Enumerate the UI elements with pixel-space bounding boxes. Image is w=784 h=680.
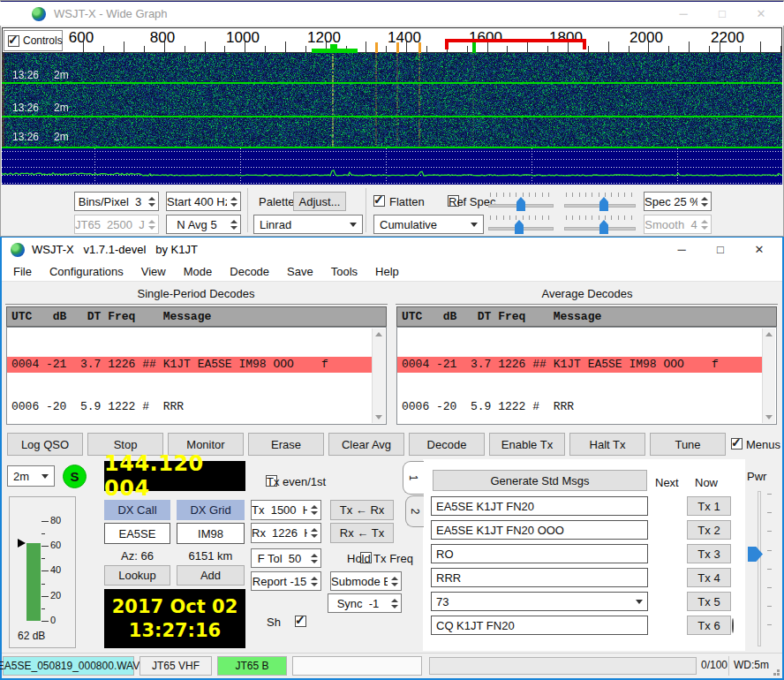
tx-3-button[interactable]: Tx 3 xyxy=(687,544,731,563)
close-button[interactable]: ✕ xyxy=(740,238,779,261)
rx-from-tx-button[interactable]: Rx ← Tx xyxy=(330,523,394,543)
spin-arrows[interactable] xyxy=(307,524,320,542)
slider-handle[interactable] xyxy=(516,197,525,211)
spectrum-zero-slider[interactable] xyxy=(564,215,636,234)
message-field-1[interactable]: EA5SE K1JT FN20 xyxy=(431,496,648,516)
flatten-checkbox[interactable] xyxy=(373,195,385,207)
spectrum-gain-slider[interactable] xyxy=(488,215,554,234)
maximize-button[interactable]: □ xyxy=(701,238,740,261)
maximize-button[interactable]: □ xyxy=(703,2,742,26)
lookup-button[interactable]: Lookup xyxy=(104,565,170,586)
tx-select-radio-6[interactable] xyxy=(732,618,734,633)
spin-arrows[interactable] xyxy=(388,594,401,612)
start-freq-spinbox[interactable]: Start 400 Hz xyxy=(166,192,241,211)
minimize-button[interactable]: ─ xyxy=(664,2,703,26)
scroll-down-icon xyxy=(765,415,773,419)
message-field-2[interactable]: EA5SE K1JT FN20 OOO xyxy=(431,520,648,540)
submode-spinbox[interactable]: Submode B xyxy=(330,571,402,591)
spin-arrows[interactable] xyxy=(307,549,320,567)
clear-avg-button[interactable]: Clear Avg xyxy=(328,433,404,456)
bins-pixel-spinbox[interactable]: Bins/Pixel 3 xyxy=(74,192,159,211)
tx-1-button[interactable]: Tx 1 xyxy=(687,496,731,516)
spin-arrows[interactable] xyxy=(227,193,240,210)
tune-button[interactable]: Tune xyxy=(650,433,726,456)
waterfall-zero-slider[interactable] xyxy=(564,192,636,211)
waterfall[interactable] xyxy=(2,53,782,148)
average-decodes-panel[interactable]: 0004 -21 3.7 1226 ## K1JT EA5SE IM98 OOO… xyxy=(396,327,777,425)
tx-5-button[interactable]: Tx 5 xyxy=(687,592,731,611)
close-button[interactable]: ✕ xyxy=(742,2,780,26)
waterfall-gain-slider[interactable] xyxy=(488,192,554,211)
scrollbar[interactable] xyxy=(372,329,385,423)
dx-call-field[interactable]: EA5SE xyxy=(104,523,170,544)
decode-row[interactable]: 0006 -20 5.9 1222 # RRR xyxy=(397,399,762,415)
message-field-5[interactable]: 73 xyxy=(431,592,648,611)
menu-item-mode[interactable]: Mode xyxy=(175,262,222,281)
report-spinbox[interactable]: Report -15 xyxy=(251,571,321,591)
single-period-decodes-panel[interactable]: 0004 -21 3.7 1226 ## K1JT EA5SE IM98 OOO… xyxy=(6,327,387,425)
band-select[interactable]: 2m xyxy=(7,465,55,487)
enable-tx-button[interactable]: Enable Tx xyxy=(489,433,565,456)
ftol-spinbox[interactable]: F Tol 50 xyxy=(251,548,321,568)
pwr-slider-track[interactable] xyxy=(758,491,761,646)
sync-spinbox[interactable]: Sync -1 xyxy=(328,593,402,613)
tab-2[interactable]: 2 xyxy=(405,495,424,527)
status-empty-field xyxy=(292,656,422,676)
decode-row[interactable]: 0006 -20 5.9 1222 # RRR xyxy=(7,399,372,415)
sh-checkbox[interactable] xyxy=(295,616,306,627)
spin-arrows[interactable] xyxy=(307,501,320,519)
spin-arrows[interactable] xyxy=(697,193,711,210)
menu-item-decode[interactable]: Decode xyxy=(221,262,278,281)
spin-arrows[interactable] xyxy=(227,215,240,233)
menus-checkbox[interactable] xyxy=(731,438,743,450)
decodes-header: UTC dB DT Freq Message xyxy=(6,306,387,327)
adjust-button[interactable]: Adjust... xyxy=(293,192,346,211)
minimize-button[interactable]: ─ xyxy=(662,238,701,261)
palette-select[interactable]: Linrad xyxy=(253,215,363,234)
menu-item-tools[interactable]: Tools xyxy=(322,262,366,281)
resize-grip[interactable] xyxy=(771,667,780,676)
menu-item-configurations[interactable]: Configurations xyxy=(41,262,132,281)
rx-freq-spinbox[interactable]: Rx 1226 Hz xyxy=(251,523,321,543)
tx-4-button[interactable]: Tx 4 xyxy=(687,568,731,587)
tx-from-rx-button[interactable]: Tx ← Rx xyxy=(330,500,394,520)
palette-label: Palette xyxy=(259,195,294,208)
slider-handle[interactable] xyxy=(599,220,608,234)
log-qso-button[interactable]: Log QSO xyxy=(7,433,83,456)
frequency-scale[interactable]: Controls 600 800 1000 1200 1400 1600 180… xyxy=(2,27,782,53)
add-button[interactable]: Add xyxy=(177,565,245,586)
tx-freq-spinbox[interactable]: Tx 1500 Hz xyxy=(251,500,321,520)
halt-tx-button[interactable]: Halt Tx xyxy=(569,433,645,456)
dx-grid-field[interactable]: IM98 xyxy=(177,523,245,544)
signal-meter: 80 60 40 20 0 62 dB xyxy=(9,496,76,648)
spin-arrows[interactable] xyxy=(307,572,320,590)
n-avg-spinbox[interactable]: N Avg 5 xyxy=(166,215,241,234)
decode-button[interactable]: Decode xyxy=(409,433,485,456)
generate-std-msgs-button[interactable]: Generate Std Msgs xyxy=(433,470,647,491)
decode-row[interactable]: 0004 -21 3.7 1226 ## K1JT EA5SE IM98 OOO… xyxy=(7,357,372,373)
erase-button[interactable]: Erase xyxy=(248,433,324,456)
tx-6-button[interactable]: Tx 6 xyxy=(687,616,731,635)
message-field-6[interactable]: CQ K1JT FN20 xyxy=(431,616,648,635)
message-field-4[interactable]: RRR xyxy=(431,568,648,587)
decode-row[interactable]: 0004 -21 3.7 1226 ## K1JT EA5SE IM98 OOO… xyxy=(397,357,762,373)
display-mode-select[interactable]: Cumulative xyxy=(373,215,484,234)
menu-item-file[interactable]: File xyxy=(4,262,41,281)
tab-1[interactable]: 1 xyxy=(403,461,424,495)
scrollbar[interactable] xyxy=(762,329,775,423)
config-label: JT65 VHF xyxy=(139,656,212,676)
slider-handle[interactable] xyxy=(515,220,524,234)
spin-arrows[interactable] xyxy=(388,572,401,590)
slider-handle[interactable] xyxy=(599,197,608,211)
meter-scale-label: 60 xyxy=(50,540,61,550)
message-field-3[interactable]: RO xyxy=(431,544,648,563)
controls-checkbox[interactable] xyxy=(8,35,19,47)
spec-percent-spinbox[interactable]: Spec 25 % xyxy=(644,192,712,211)
menu-item-save[interactable]: Save xyxy=(278,262,322,281)
menu-item-help[interactable]: Help xyxy=(366,262,408,281)
controls-toggle[interactable]: Controls xyxy=(4,30,63,51)
tx-2-button[interactable]: Tx 2 xyxy=(687,520,731,540)
spin-arrows[interactable] xyxy=(145,193,158,210)
rx-freq-tick xyxy=(330,44,337,53)
menu-item-view[interactable]: View xyxy=(132,262,175,281)
